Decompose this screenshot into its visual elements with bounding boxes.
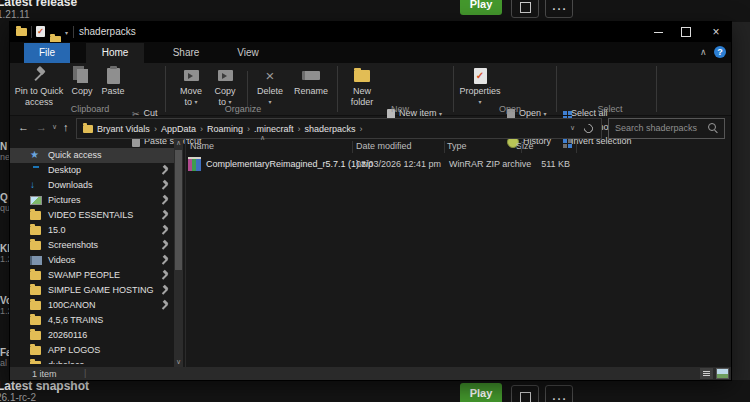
titlebar[interactable]: ✓ ▾ shaderpacks × [10, 22, 731, 42]
sidebar-item-video-essentails[interactable]: VIDEO ESSENTAILS [10, 208, 174, 223]
large-icons-view-button[interactable] [716, 368, 729, 379]
ribbon-tab-row: File Home Share View ∧ ? [10, 42, 731, 63]
maximize-button[interactable] [674, 22, 698, 42]
play-button-top[interactable]: Play [460, 0, 502, 15]
back-button[interactable]: ← [18, 121, 29, 133]
launcher-latest-snapshot-title: Latest snapshot [0, 379, 89, 393]
new-folder-button[interactable]: New folder [341, 66, 383, 107]
refresh-icon[interactable] [582, 122, 595, 135]
breadcrumb-user[interactable]: Bryant Vidals [97, 124, 150, 134]
column-header-name[interactable]: Name [190, 141, 214, 151]
launcher-right-strip [731, 22, 750, 380]
ribbon-group-label-select: Select [570, 104, 650, 114]
move-to-button[interactable]: Move to ▾ [173, 66, 209, 107]
forward-button[interactable]: → [36, 121, 47, 133]
delete-icon: × [266, 68, 275, 83]
sidebar-item-desktop[interactable]: Desktop [10, 163, 174, 178]
folder-icon [30, 241, 41, 250]
move-to-icon [184, 70, 199, 81]
sidebar-item-456-trains[interactable]: 4,5,6 TRAINS [10, 313, 174, 328]
breadcrumb-separator: › [247, 124, 250, 134]
launcher-snapshot-version: 26.1-rc-2 [0, 392, 36, 402]
tab-share[interactable]: Share [160, 43, 212, 63]
sidebar-item-label: Pictures [48, 195, 81, 205]
column-separator[interactable] [352, 141, 353, 153]
details-view-button[interactable] [700, 368, 713, 379]
column-header-size[interactable]: Size [516, 141, 534, 151]
breadcrumb-shaderpacks[interactable]: shaderpacks [304, 124, 355, 134]
breadcrumb-separator: › [297, 124, 300, 134]
properties-quick-icon[interactable]: ✓ [36, 26, 45, 37]
properties-icon: ✓ [474, 68, 487, 84]
qat-dropdown-icon[interactable]: ▾ [65, 29, 68, 36]
address-dropdown-icon[interactable]: ∨ [570, 124, 575, 132]
delete-button[interactable]: × Delete ▾ [251, 66, 289, 107]
pin-to-quick-access-button[interactable]: Pin to Quick access [12, 66, 66, 107]
tab-file[interactable]: File [24, 43, 70, 63]
up-button[interactable]: ↑ [63, 121, 69, 133]
ribbon-divider [556, 66, 557, 112]
folder-icon [30, 271, 41, 280]
search-box[interactable] [608, 118, 725, 139]
sidebar-scrollbar-thumb[interactable] [175, 150, 182, 270]
breadcrumb-appdata[interactable]: AppData [161, 124, 196, 134]
collapse-ribbon-icon[interactable]: ∧ [700, 47, 707, 57]
close-button[interactable]: × [704, 22, 728, 42]
ribbon: Pin to Quick access Copy Paste ✂Cut Copy… [10, 63, 731, 116]
breadcrumb-roaming[interactable]: Roaming [207, 124, 243, 134]
minimize-button[interactable] [646, 22, 670, 42]
help-icon[interactable]: ? [714, 46, 726, 58]
pin-icon [160, 241, 170, 251]
sidebar-item-downloads[interactable]: ↓ Downloads [10, 178, 174, 193]
tab-home[interactable]: Home [86, 43, 144, 63]
select-all-icon [563, 111, 567, 115]
rename-button[interactable]: Rename [289, 66, 333, 96]
paste-button[interactable]: Paste [96, 66, 130, 96]
folder-icon [30, 361, 41, 364]
sidebar-item-app-logos[interactable]: APP LOGOS [10, 343, 174, 358]
scroll-up-icon[interactable]: ∧ [174, 139, 183, 147]
column-separator[interactable] [576, 141, 577, 153]
ribbon-group-label-open: Open [470, 104, 550, 114]
address-folder-icon [83, 125, 93, 133]
pin-icon [160, 256, 170, 266]
sidebar-item-label: 4,5,6 TRAINS [48, 315, 103, 325]
scroll-down-icon[interactable]: ∨ [174, 358, 183, 366]
address-bar[interactable]: Bryant Vidals › AppData › Roaming › .min… [76, 118, 602, 139]
pin-icon [160, 226, 170, 236]
sidebar-item-15-0[interactable]: 15.0 [10, 223, 174, 238]
breadcrumb-minecraft[interactable]: .minecraft [254, 124, 294, 134]
sidebar-item-screenshots[interactable]: Screenshots [10, 238, 174, 253]
more-options-button-top[interactable]: … [545, 0, 573, 18]
properties-button[interactable]: ✓ Properties ▾ [457, 66, 503, 107]
column-header-date-modified[interactable]: Date modified [356, 141, 412, 151]
pin-icon [31, 67, 47, 84]
file-name[interactable]: ComplementaryReimagined_r5.7.1 (1).zip [206, 159, 373, 169]
sidebar-item-quick-access[interactable]: ★ Quick access [10, 148, 174, 163]
window-glyph-icon [520, 2, 531, 13]
column-separator[interactable] [521, 141, 522, 153]
navigation-pane: ★ Quick access Desktop ↓ Downloads Pictu… [10, 148, 174, 364]
tab-view[interactable]: View [226, 43, 270, 63]
sidebar-item-videos[interactable]: Videos [10, 253, 174, 268]
sidebar-item-20260116[interactable]: 20260116 [10, 328, 174, 343]
sidebar-item-swamp-people[interactable]: SWAMP PEOPLE [10, 268, 174, 283]
copy-to-button[interactable]: Copy to ▾ [207, 66, 243, 107]
pane-divider [185, 139, 186, 368]
sidebar-item-pictures[interactable]: Pictures [10, 193, 174, 208]
ribbon-divider [656, 66, 657, 112]
sidebar-item-clipped[interactable]: dubalaca [10, 358, 174, 364]
column-header-type[interactable]: Type [447, 141, 467, 151]
installations-button-bottom[interactable] [511, 385, 539, 402]
play-button-bottom[interactable]: Play [460, 383, 502, 402]
installations-button-top[interactable] [511, 0, 539, 18]
more-options-button-bottom[interactable]: … [545, 385, 573, 402]
copy-button[interactable]: Copy [66, 66, 98, 96]
recent-locations-icon[interactable]: ∨ [52, 123, 57, 131]
search-input[interactable] [609, 119, 707, 136]
sidebar-item-100canon[interactable]: 100CANON [10, 298, 174, 313]
column-separator[interactable] [444, 141, 445, 153]
sidebar-item-simple-game-hosting[interactable]: SIMPLE GAME HOSTING [10, 283, 174, 298]
search-icon[interactable] [708, 123, 716, 131]
ribbon-divider [453, 66, 454, 112]
